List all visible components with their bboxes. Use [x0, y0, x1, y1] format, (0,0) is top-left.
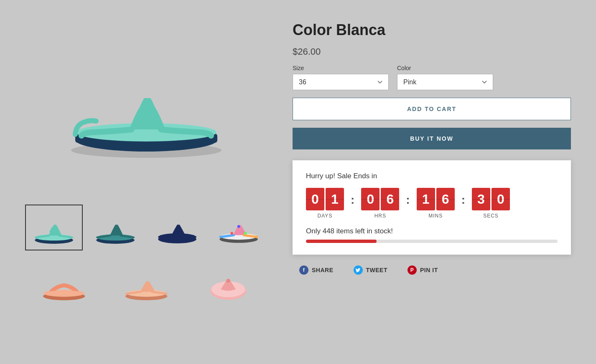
secs-digit-1: 3 [472, 188, 490, 210]
mins-label: MINS [428, 213, 443, 219]
svg-point-13 [244, 232, 247, 235]
thumbnail-5[interactable] [25, 260, 103, 306]
mins-digit-2: 6 [436, 188, 455, 210]
countdown-card: Hurry up! Sale Ends in 0 1 DAYS : 0 6 [293, 160, 571, 255]
color-option-group: Color Pink Blue Green Teal White [397, 65, 493, 90]
product-images-section [25, 17, 267, 306]
separator-3: : [461, 192, 465, 207]
size-option-group: Size 36 34 35 37 38 39 40 41 [293, 65, 389, 90]
twitter-icon [354, 265, 363, 275]
svg-point-21 [227, 279, 231, 283]
stock-info: Only 448 items left in stock! [306, 227, 558, 243]
mins-digits: 1 6 [417, 188, 455, 210]
facebook-share-button[interactable]: f SHARE [293, 262, 340, 278]
product-info-section: Color Blanca $26.00 Size 36 34 35 37 38 … [293, 17, 571, 306]
hrs-digits: 0 6 [361, 188, 399, 210]
product-price: $26.00 [293, 46, 571, 57]
secs-label: SECS [483, 213, 499, 219]
facebook-icon: f [299, 265, 308, 275]
countdown-days: 0 1 DAYS [306, 188, 344, 219]
countdown-digits-row: 0 1 DAYS : 0 6 HRS : [306, 188, 558, 219]
tweet-label: TWEET [366, 267, 388, 273]
buy-it-now-button[interactable]: BUY IT NOW [293, 128, 571, 149]
svg-point-14 [237, 225, 240, 228]
thumbnail-4[interactable] [210, 205, 268, 250]
stock-text: Only 448 items left in stock! [306, 227, 558, 235]
separator-2: : [406, 192, 410, 207]
product-options-row: Size 36 34 35 37 38 39 40 41 Color Pink … [293, 65, 571, 90]
stock-bar-container [306, 240, 558, 243]
thumbnail-1[interactable] [25, 205, 83, 250]
pin-label: PIN IT [420, 267, 438, 273]
secs-digits: 3 0 [472, 188, 510, 210]
thumbnail-row-2 [25, 260, 267, 306]
countdown-secs: 3 0 SECS [472, 188, 510, 219]
thumbnail-6[interactable] [107, 260, 186, 306]
add-to-cart-button[interactable]: ADD TO CART [293, 98, 571, 120]
twitter-share-button[interactable]: TWEET [347, 262, 395, 278]
hrs-digit-1: 0 [361, 188, 380, 210]
sale-ends-label: Hurry up! Sale Ends in [306, 172, 558, 180]
stock-bar-fill [306, 240, 377, 243]
mins-digit-1: 1 [417, 188, 435, 210]
pinterest-share-button[interactable]: P PIN IT [401, 262, 445, 278]
size-label: Size [293, 65, 389, 71]
thumbnail-3[interactable] [148, 205, 206, 250]
hrs-digit-2: 6 [381, 188, 399, 210]
days-digit-2: 1 [326, 188, 344, 210]
main-product-image [25, 17, 267, 196]
secs-digit-2: 0 [492, 188, 510, 210]
days-digits: 0 1 [306, 188, 344, 210]
thumbnail-7[interactable] [189, 260, 267, 306]
color-select[interactable]: Pink Blue Green Teal White [397, 74, 493, 90]
hrs-label: HRS [374, 213, 386, 219]
color-label: Color [397, 65, 493, 71]
pinterest-icon: P [408, 265, 417, 275]
countdown-mins: 1 6 MINS [417, 188, 455, 219]
days-label: DAYS [318, 213, 333, 219]
product-title: Color Blanca [293, 21, 571, 39]
days-digit-1: 0 [306, 188, 324, 210]
size-select[interactable]: 36 34 35 37 38 39 40 41 [293, 74, 389, 90]
thumbnail-2[interactable] [87, 205, 145, 250]
separator-1: : [351, 192, 354, 207]
share-label: SHARE [312, 267, 334, 273]
thumbnail-row-1 [25, 205, 267, 250]
social-share-row: f SHARE TWEET P PIN IT [293, 262, 571, 278]
svg-point-12 [231, 232, 234, 235]
countdown-hrs: 0 6 HRS [361, 188, 399, 219]
